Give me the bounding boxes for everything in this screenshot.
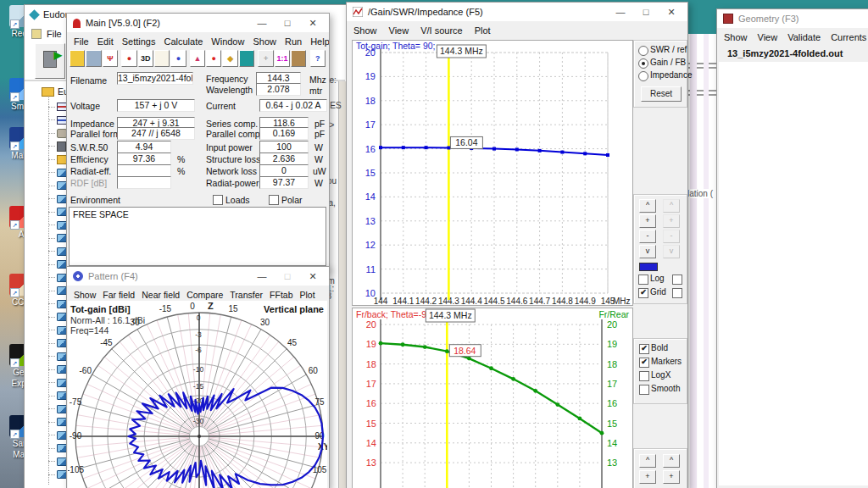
f5-menubar[interactable]: ShowViewV/I sourcePlot [347,21,687,40]
main-maximize-button[interactable]: □ [275,14,300,31]
gain-plot-panel[interactable]: 2019181716151413121110144144.1144.2144.3… [352,40,633,306]
pattern-canvas[interactable]: 0153045607590105-15-30-45-60-75-90-105ZX… [68,301,327,488]
gain-swr-window[interactable]: /Gain/SWR/Impedance (F5) — □ ✕ ShowViewV… [346,2,688,488]
main-menu-item-help[interactable]: Help [310,36,329,47]
log-checkbox[interactable] [638,274,648,285]
far-field-icon[interactable]: ◆ [222,50,237,67]
reset-button[interactable]: Reset [641,86,682,102]
f5-minimize-button[interactable]: — [608,3,633,20]
pattern-menu-item-near-field[interactable]: Near field [142,290,180,300]
eudora-scrollbar[interactable] [338,81,346,488]
save-icon[interactable] [86,50,101,67]
disabled-cross-icon[interactable]: + [258,50,273,67]
logx-checkbox[interactable] [639,371,649,381]
f5-menu-item-plot[interactable]: Plot [475,25,491,36]
one-to-one-icon[interactable]: 1:1 [275,50,290,67]
geometry-menu-item-validate[interactable]: Validate [787,32,821,42]
f5-titlebar[interactable]: /Gain/SWR/Impedance (F5) — □ ✕ [347,3,687,21]
main-menu-item-show[interactable]: Show [253,36,276,47]
frback-plot-panel[interactable]: 20201919181817171616151514141313Fr/back;… [352,308,633,488]
radiat_power-field[interactable]: 97.37 [259,176,309,189]
scale-up-down-button-right[interactable]: - [663,230,680,243]
f5-maximize-button[interactable]: □ [633,3,659,20]
grid-checkbox[interactable]: ✔ [638,288,648,298]
loads-checkbox[interactable] [213,195,223,205]
edit-icon[interactable] [154,50,170,67]
geometry-titlebar[interactable]: Geometry (F3) [717,9,868,28]
pattern-menu-item-compare[interactable]: Compare [186,290,223,300]
main-menu-item-calculate[interactable]: Calculate [164,36,203,47]
main-menu-item-run[interactable]: Run [285,36,302,47]
pattern-menu-item-plot[interactable]: Plot [300,290,315,300]
settings-window-icon[interactable] [239,50,254,67]
geometry-menubar[interactable]: ShowViewValidateCurrentsF [717,28,868,47]
polar-checkbox[interactable] [269,195,279,205]
main-minimize-button[interactable]: — [249,14,275,31]
scale-up-down-button-left[interactable]: v [639,245,656,258]
rdf-field[interactable] [117,176,171,189]
geometry-wheel-icon[interactable]: ● [121,50,136,67]
line-color-swatch[interactable] [639,263,658,271]
markers-checkbox[interactable]: ✔ [639,358,649,368]
parallel_comp-field[interactable]: 0.169 [259,127,309,140]
main-menu-item-edit[interactable]: Edit [97,36,114,47]
radiat_eff-field[interactable] [117,164,171,177]
main-menu-item-file[interactable]: File [74,36,89,47]
main-window[interactable]: Main [V5.9.0] (F2) — □ ✕ FileEditSetting… [66,13,330,271]
pattern-menu-item-show[interactable]: Show [74,290,96,300]
check-mail-button[interactable]: ▶ [35,43,65,79]
radio-swr-ref[interactable] [638,46,648,56]
pattern-close-button[interactable]: ✕ [300,268,326,285]
bottom-scale-button-right[interactable]: + [663,470,680,484]
help-icon[interactable]: ? [310,50,326,67]
book-icon[interactable] [291,50,306,67]
scale-up-down-button-right[interactable]: v [663,245,680,258]
f5-close-button[interactable]: ✕ [659,3,684,20]
main-menu-item-settings[interactable]: Settings [122,36,156,47]
geometry-canvas[interactable] [719,62,868,485]
radio-impedance[interactable] [638,71,648,81]
f5-menu-item-view[interactable]: View [389,25,409,36]
current-field[interactable]: 0.64 - j 0.02 A [259,99,327,112]
smooth-checkbox[interactable] [639,385,649,395]
scale-up-down-button-right[interactable]: + [663,214,680,228]
geometry-menu-item-currents[interactable]: Currents [831,32,866,42]
voltage-field[interactable]: 157 + j 0 V [117,99,195,112]
environment-box[interactable]: FREE SPACE [69,207,326,266]
input_power-field[interactable]: 100 [259,141,309,153]
pattern-maximize-button[interactable]: □ [275,268,300,285]
geometry-menu-item-show[interactable]: Show [724,32,748,42]
pattern-menu-item-transfer[interactable]: Transfer [230,290,263,300]
geometry-menu-item-view[interactable]: View [758,32,778,42]
eudora-menu-file[interactable]: File [47,29,62,39]
smith-chart-icon[interactable]: ● [206,50,221,67]
pattern-icon[interactable]: ● [170,50,186,67]
pattern-minimize-button[interactable]: — [249,268,275,285]
f5-menu-item-v-i-source[interactable]: V/I source [420,25,463,36]
pattern-window[interactable]: Pattern (F4) — □ ✕ ShowFar fieldNear fie… [66,266,330,488]
swr-field[interactable]: 4.94 [117,141,171,153]
radio-gain-fb[interactable] [638,58,648,69]
geometry-window[interactable]: Geometry (F3) ShowViewValidateCurrentsF … [716,8,868,488]
gain-plot[interactable]: 2019181716151413121110144144.1144.2144.3… [353,41,632,305]
filename-field[interactable]: 13_i5mzy2021-4folde [117,72,193,85]
f5-menu-item-show[interactable]: Show [353,25,377,36]
log-checkbox-right[interactable] [672,274,682,285]
bottom-scale-button-right[interactable]: ^ [663,454,680,468]
parallel_form-field[interactable]: 247 // j 6548 [117,127,195,140]
antenna-icon[interactable]: Ψ [103,50,118,67]
scale-up-down-button-left[interactable]: - [639,230,656,243]
structure_loss-field[interactable]: 2.636 [259,152,309,165]
network_loss-field[interactable]: 0 [259,164,309,177]
scale-up-down-button-left[interactable]: + [639,214,656,228]
pattern-titlebar[interactable]: Pattern (F4) — □ ✕ [67,267,329,286]
main-close-button[interactable]: ✕ [300,14,326,31]
open-folder-icon[interactable] [70,50,85,67]
pattern-menu-item-far-field[interactable]: Far field [103,290,135,300]
frback-plot[interactable]: 20201919181817171616151514141313Fr/back;… [353,308,632,488]
bold-checkbox[interactable]: ✔ [639,344,649,354]
main-menubar[interactable]: FileEditSettingsCalculateWindowShowRunHe… [67,32,329,51]
scale-up-down-button-right[interactable]: ^ [663,199,680,213]
bottom-scale-button-left[interactable]: + [639,470,656,484]
wavelength-field[interactable]: 2.078 [256,83,301,96]
